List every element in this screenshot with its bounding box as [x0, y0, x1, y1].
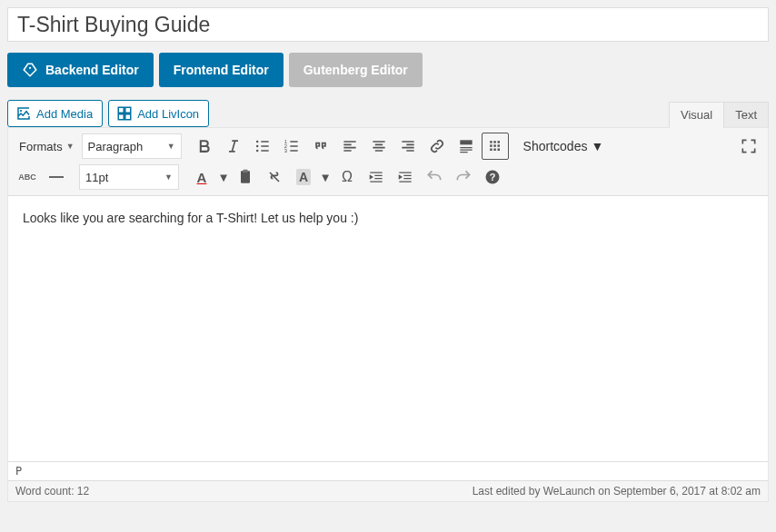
align-center-button[interactable] — [365, 133, 393, 160]
tag-icon — [22, 62, 38, 78]
formats-dropdown[interactable]: Formats▼ — [14, 133, 80, 159]
svg-point-3 — [256, 145, 259, 148]
editor-panel: Formats▼ Paragraph▼ 123 Shortcodes▼ — [7, 127, 769, 502]
svg-rect-10 — [493, 141, 496, 143]
italic-button[interactable] — [220, 133, 247, 160]
visual-tab[interactable]: Visual — [669, 102, 724, 128]
last-edited: Last edited by WeLaunch on September 6, … — [473, 485, 761, 498]
backend-editor-tab[interactable]: Backend Editor — [7, 53, 154, 87]
add-media-button[interactable]: Add Media — [7, 100, 103, 127]
bullet-list-button[interactable] — [249, 133, 276, 160]
svg-point-0 — [29, 67, 31, 69]
bold-button[interactable] — [191, 133, 218, 160]
shortcodes-dropdown[interactable]: Shortcodes▼ — [518, 139, 610, 153]
number-list-button[interactable]: 123 — [278, 133, 305, 160]
text-tab[interactable]: Text — [723, 102, 769, 128]
clear-format-button[interactable] — [261, 163, 288, 191]
post-title-input[interactable] — [7, 7, 769, 42]
svg-point-4 — [256, 150, 259, 153]
svg-text:?: ? — [490, 172, 496, 182]
font-size-dropdown[interactable]: 11pt▼ — [79, 164, 179, 190]
add-media-label: Add Media — [36, 107, 93, 121]
blockquote-button[interactable] — [307, 133, 334, 160]
caret-down-icon: ▼ — [66, 142, 75, 151]
text-color-button[interactable]: A — [188, 163, 215, 191]
svg-rect-16 — [493, 149, 496, 152]
toolbar-toggle-button[interactable] — [482, 133, 509, 160]
editor-footer: Word count: 12 Last edited by WeLaunch o… — [8, 480, 768, 501]
svg-point-1 — [20, 110, 22, 112]
special-char-button[interactable]: Ω — [333, 163, 361, 191]
bg-color-dropdown[interactable]: ▼ — [319, 163, 332, 191]
frontend-editor-label: Frontend Editor — [174, 63, 269, 77]
svg-rect-14 — [497, 144, 500, 147]
svg-text:3: 3 — [284, 148, 286, 153]
align-left-button[interactable] — [336, 133, 363, 160]
read-more-button[interactable] — [453, 133, 480, 160]
bg-color-button[interactable]: A — [290, 163, 317, 191]
caret-down-icon: ▼ — [167, 142, 175, 151]
add-livicon-button[interactable]: Add LivIcon — [108, 100, 209, 127]
caret-down-icon: ▼ — [164, 172, 173, 182]
redo-button[interactable] — [450, 163, 477, 191]
content-editor[interactable]: Looks like you are searching for a T-Shi… — [8, 196, 768, 461]
media-icon — [15, 105, 32, 122]
frontend-editor-tab[interactable]: Frontend Editor — [159, 53, 284, 87]
backend-editor-label: Backend Editor — [45, 63, 139, 77]
svg-rect-15 — [490, 149, 492, 152]
outdent-button[interactable] — [363, 163, 390, 191]
help-button[interactable]: ? — [479, 163, 506, 191]
svg-rect-8 — [460, 140, 472, 144]
align-right-button[interactable] — [394, 133, 422, 160]
svg-rect-17 — [497, 149, 500, 152]
livicon-icon — [116, 105, 133, 122]
svg-rect-9 — [490, 141, 492, 143]
paste-button[interactable] — [232, 163, 259, 191]
content-text: Looks like you are searching for a T-Shi… — [23, 211, 358, 225]
caret-down-icon: ▼ — [591, 139, 603, 153]
svg-rect-19 — [244, 170, 248, 172]
element-path[interactable]: P — [8, 461, 768, 480]
fullscreen-button[interactable] — [735, 133, 762, 160]
svg-point-2 — [256, 141, 259, 143]
paragraph-dropdown[interactable]: Paragraph▼ — [82, 133, 182, 159]
editor-mode-tabs: Backend Editor Frontend Editor Gutenberg… — [7, 53, 769, 87]
word-count: Word count: 12 — [15, 485, 89, 498]
toolbar: Formats▼ Paragraph▼ 123 Shortcodes▼ — [8, 128, 768, 196]
gutenberg-editor-tab[interactable]: Gutenberg Editor — [289, 53, 423, 87]
add-livicon-label: Add LivIcon — [137, 107, 199, 121]
svg-rect-18 — [241, 171, 250, 182]
svg-rect-12 — [490, 144, 492, 147]
indent-button[interactable] — [392, 163, 419, 191]
link-button[interactable] — [423, 133, 451, 160]
spellcheck-button[interactable]: ABC — [14, 163, 41, 191]
undo-button[interactable] — [421, 163, 448, 191]
horizontal-rule-button[interactable] — [43, 163, 70, 191]
svg-rect-13 — [493, 144, 496, 147]
svg-rect-11 — [497, 141, 500, 143]
text-color-dropdown[interactable]: ▼ — [217, 163, 230, 191]
gutenberg-editor-label: Gutenberg Editor — [303, 63, 408, 77]
